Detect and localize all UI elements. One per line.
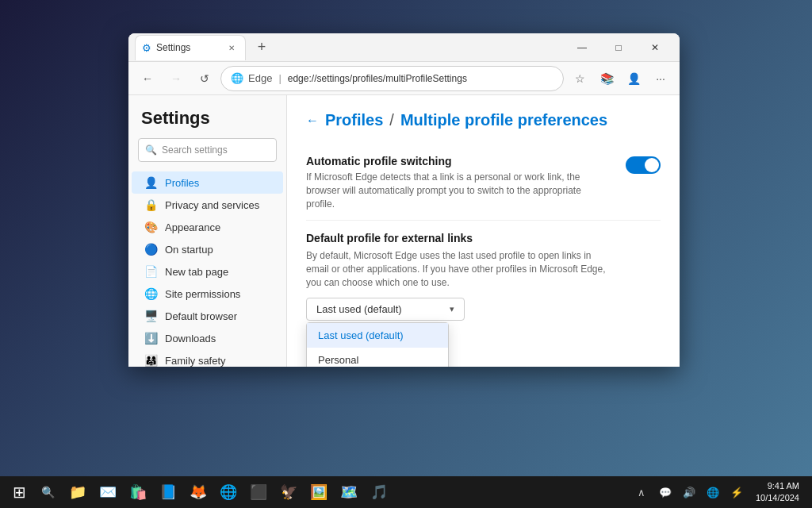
taskbar-icon-chrome[interactable]: 🌐 <box>214 478 243 506</box>
minimize-button[interactable]: — <box>564 35 600 60</box>
taskbar-search-button[interactable]: 🔍 <box>35 476 60 508</box>
browser-content: Settings 🔍 Search settings 👤 Profiles 🔒 … <box>128 95 680 367</box>
sidebar-item-label: On startup <box>165 244 213 256</box>
taskbar-tray: ∧ 💬 🔊 🌐 ⚡ 9:41 AM 10/14/2024 <box>630 478 809 506</box>
default-profile-label: Default profile for external links <box>306 232 661 244</box>
tab-favicon-icon: ⚙ <box>142 42 151 54</box>
profile-dropdown-button[interactable]: Last used (default) ▾ <box>306 298 465 321</box>
startup-icon: 🔵 <box>144 243 157 256</box>
collections-button[interactable]: 📚 <box>594 66 619 91</box>
taskbar-icon-firefox[interactable]: 🦊 <box>184 478 213 506</box>
back-button[interactable]: ← <box>135 66 160 91</box>
breadcrumb-separator: / <box>389 111 394 129</box>
profile-dropdown-menu: Last used (default) Personal Personal 2 … <box>306 322 449 367</box>
tray-battery[interactable]: ⚡ <box>726 478 748 506</box>
start-icon: ⊞ <box>13 483 26 502</box>
main-content: ← Profiles / Multiple profile preference… <box>287 95 680 367</box>
auto-switch-text: Automatic profile switching If Microsoft… <box>306 155 607 210</box>
sidebar-item-label: Default browser <box>165 310 237 322</box>
favorites-button[interactable]: ☆ <box>567 66 592 91</box>
browser-tab[interactable]: ⚙ Settings ✕ <box>135 35 246 60</box>
tray-network[interactable]: 🌐 <box>702 478 724 506</box>
sidebar-item-label: Family safety <box>165 355 226 367</box>
privacy-icon: 🔒 <box>144 198 157 211</box>
downloads-icon: ⬇️ <box>144 332 157 344</box>
refresh-button[interactable]: ↺ <box>192 66 217 91</box>
new-tab-button[interactable]: + <box>249 35 274 60</box>
taskbar-icon-terminal[interactable]: ⬛ <box>244 478 273 506</box>
browser-brand: Edge <box>248 72 272 84</box>
profile-dropdown[interactable]: Last used (default) ▾ Last used (default… <box>306 298 465 321</box>
sidebar-item-newtab[interactable]: 📄 New tab page <box>132 260 283 283</box>
sidebar-item-label: Site permissions <box>165 288 240 300</box>
taskbar: ⊞ 🔍 📁 ✉️ 🛍️ 📘 🦊 🌐 ⬛ 🦅 🖼️ 🗺️ 🎵 ∧ 💬 🔊 🌐 ⚡ … <box>0 476 812 508</box>
sidebar-item-family[interactable]: 👨‍👩‍👧 Family safety <box>132 349 283 367</box>
sidebar-item-startup[interactable]: 🔵 On startup <box>132 238 283 260</box>
search-settings-input[interactable]: 🔍 Search settings <box>138 138 277 162</box>
tray-chat[interactable]: 💬 <box>654 478 676 506</box>
search-placeholder: Search settings <box>162 144 228 156</box>
sidebar-item-label: Privacy and services <box>165 199 259 211</box>
breadcrumb-profiles-link[interactable]: Profiles <box>325 111 383 129</box>
breadcrumb-current: Multiple profile preferences <box>400 111 607 129</box>
sidebar-item-label: Appearance <box>165 221 220 233</box>
selected-option-label: Last used (default) <box>316 303 402 315</box>
maximize-button[interactable]: □ <box>600 35 637 60</box>
taskbar-icon-edge[interactable]: 🦅 <box>274 478 303 506</box>
sidebar-item-appearance[interactable]: 🎨 Appearance <box>132 216 283 238</box>
auto-switch-setting: Automatic profile switching If Microsoft… <box>306 145 661 221</box>
settings-sidebar: Settings 🔍 Search settings 👤 Profiles 🔒 … <box>128 95 287 367</box>
sidebar-item-profiles[interactable]: 👤 Profiles <box>132 171 283 194</box>
taskbar-icon-explorer[interactable]: 📁 <box>63 478 92 506</box>
dropdown-arrow-icon: ▾ <box>450 304 454 314</box>
taskbar-icon-word[interactable]: 📘 <box>154 478 182 506</box>
breadcrumb-back-icon[interactable]: ← <box>306 114 319 128</box>
address-favicon-icon: 🌐 <box>231 72 243 84</box>
dropdown-option-personal[interactable]: Personal <box>307 348 448 367</box>
sidebar-item-permissions[interactable]: 🌐 Site permissions <box>132 283 283 305</box>
permissions-icon: 🌐 <box>144 287 157 300</box>
auto-switch-toggle[interactable] <box>626 156 661 174</box>
taskbar-icon-mail[interactable]: ✉️ <box>94 478 122 506</box>
sidebar-item-downloads[interactable]: ⬇️ Downloads <box>132 327 283 349</box>
tray-volume[interactable]: 🔊 <box>678 478 700 506</box>
sidebar-item-privacy[interactable]: 🔒 Privacy and services <box>132 194 283 216</box>
newtab-icon: 📄 <box>144 265 157 278</box>
taskbar-icon-spotify[interactable]: 🎵 <box>365 478 393 506</box>
auto-switch-label: Automatic profile switching <box>306 155 607 167</box>
taskbar-icon-maps[interactable]: 🗺️ <box>335 478 363 506</box>
sidebar-title: Settings <box>128 105 286 138</box>
page-header: ← Profiles / Multiple profile preference… <box>306 111 661 129</box>
nav-actions: ☆ 📚 👤 ··· <box>567 66 673 91</box>
tray-chevron[interactable]: ∧ <box>630 478 653 506</box>
tab-close-button[interactable]: ✕ <box>224 40 239 55</box>
auto-switch-description: If Microsoft Edge detects that a link is… <box>306 171 607 210</box>
navigation-bar: ← → ↺ 🌐 Edge | edge://settings/profiles/… <box>128 62 680 95</box>
tab-title: Settings <box>156 42 190 53</box>
browser-window: ⚙ Settings ✕ + — □ ✕ ← → ↺ 🌐 Edge | edge… <box>128 33 680 367</box>
default-profile-section: Default profile for external links By de… <box>306 221 661 326</box>
address-bar[interactable]: 🌐 Edge | edge://settings/profiles/multiP… <box>220 66 564 91</box>
taskbar-search-icon: 🔍 <box>41 486 55 498</box>
window-controls: — □ ✕ <box>564 35 673 60</box>
taskbar-icon-store[interactable]: 🛍️ <box>124 478 152 506</box>
address-url: edge://settings/profiles/multiProfileSet… <box>288 73 467 84</box>
sidebar-item-label: New tab page <box>165 266 228 278</box>
title-bar: ⚙ Settings ✕ + — □ ✕ <box>128 33 680 62</box>
taskbar-app-icons: 📁 ✉️ 🛍️ 📘 🦊 🌐 ⬛ 🦅 🖼️ 🗺️ 🎵 <box>60 478 630 506</box>
close-button[interactable]: ✕ <box>637 35 673 60</box>
account-button[interactable]: 👤 <box>621 66 646 91</box>
family-icon: 👨‍👩‍👧 <box>144 354 157 367</box>
more-button[interactable]: ··· <box>648 66 673 91</box>
sidebar-item-label: Downloads <box>165 333 216 344</box>
start-button[interactable]: ⊞ <box>3 476 35 508</box>
search-icon: 🔍 <box>145 144 157 156</box>
taskbar-date: 10/14/2024 <box>756 492 799 504</box>
dropdown-option-last-used[interactable]: Last used (default) <box>307 323 448 348</box>
taskbar-icon-photos[interactable]: 🖼️ <box>304 478 333 506</box>
sidebar-item-browser[interactable]: 🖥️ Default browser <box>132 305 283 327</box>
toggle-thumb <box>645 158 659 172</box>
forward-button[interactable]: → <box>163 66 189 91</box>
profiles-icon: 👤 <box>144 176 157 189</box>
taskbar-clock[interactable]: 9:41 AM 10/14/2024 <box>749 480 806 505</box>
